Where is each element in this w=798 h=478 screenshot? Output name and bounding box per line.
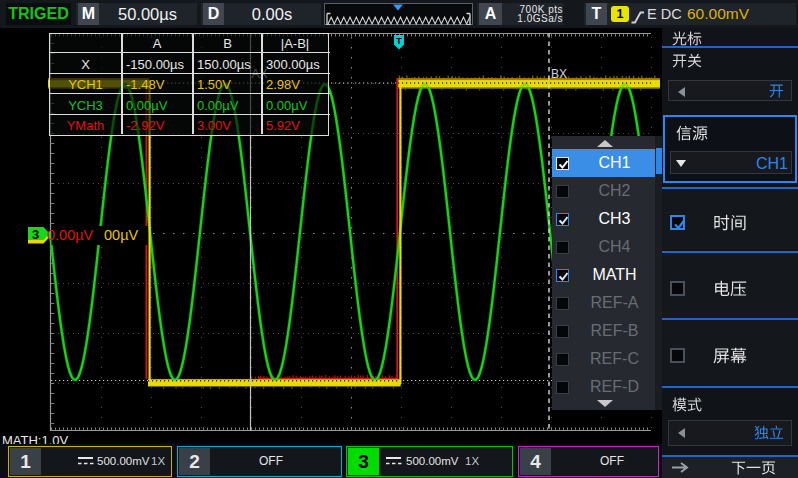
- svg-text:T: T: [396, 35, 402, 46]
- svg-text:BX: BX: [551, 67, 567, 81]
- svg-text:0.00µV: 0.00µV: [47, 227, 94, 243]
- svg-text:00µV: 00µV: [104, 227, 138, 243]
- svg-text:3: 3: [32, 227, 39, 242]
